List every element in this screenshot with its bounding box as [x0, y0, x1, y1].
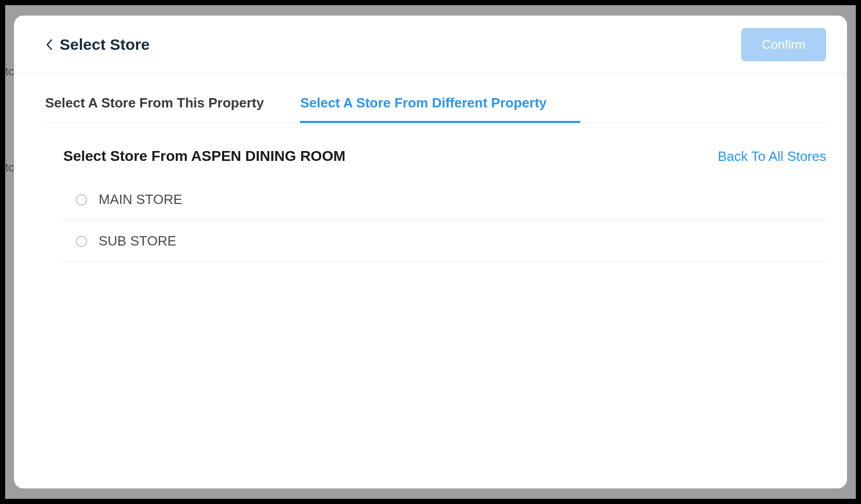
store-label: MAIN STORE — [99, 192, 182, 208]
tab-different-property[interactable]: Select A Store From Different Property — [300, 85, 565, 122]
header-left: Select Store — [45, 36, 149, 53]
backdrop-fragment-1: tc — [5, 65, 14, 78]
modal-header: Select Store Confirm — [14, 16, 847, 74]
tab-label: Select A Store From Different Property — [300, 95, 546, 111]
radio-icon[interactable] — [76, 236, 87, 247]
chevron-left-icon[interactable] — [45, 38, 52, 51]
store-label: SUB STORE — [99, 233, 176, 249]
content-title: Select Store From ASPEN DINING ROOM — [63, 148, 346, 165]
tab-label: Select A Store From This Property — [45, 95, 264, 111]
modal-title: Select Store — [60, 36, 149, 53]
tabs: Select A Store From This Property Select… — [45, 85, 826, 123]
content-header: Select Store From ASPEN DINING ROOM Back… — [45, 123, 826, 179]
backdrop-fragment-2: tc — [5, 161, 14, 174]
radio-icon[interactable] — [76, 194, 87, 206]
back-to-all-stores-link[interactable]: Back To All Stores — [718, 148, 826, 165]
store-list: MAIN STORE SUB STORE — [45, 179, 826, 262]
modal-body: Select A Store From This Property Select… — [14, 74, 847, 488]
store-item-sub[interactable]: SUB STORE — [63, 221, 826, 262]
confirm-button[interactable]: Confirm — [741, 28, 826, 61]
store-item-main[interactable]: MAIN STORE — [63, 179, 826, 221]
select-store-modal: Select Store Confirm Select A Store From… — [14, 16, 847, 488]
tab-this-property[interactable]: Select A Store From This Property — [45, 85, 282, 122]
